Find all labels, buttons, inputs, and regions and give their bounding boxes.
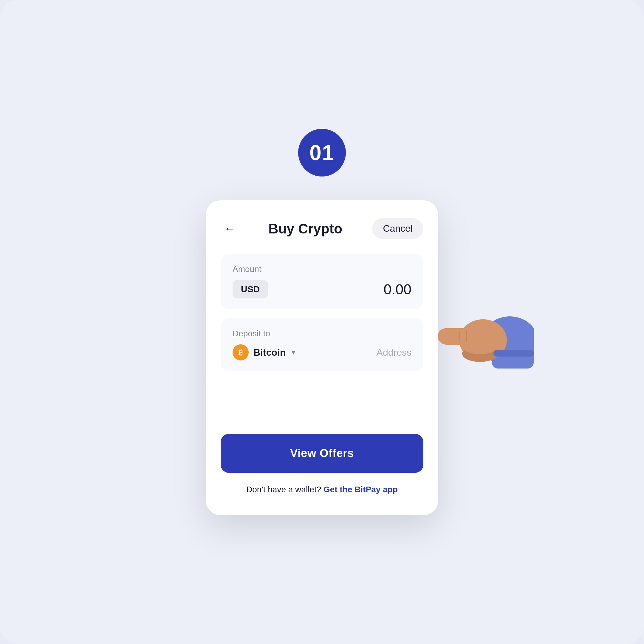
footer-link[interactable]: Get the BitPay app — [323, 485, 398, 494]
svg-point-4 — [438, 328, 454, 344]
svg-point-6 — [464, 341, 496, 354]
step-number: 01 — [309, 140, 335, 165]
amount-value[interactable]: 0.00 — [384, 281, 411, 298]
svg-rect-9 — [493, 350, 534, 357]
address-label[interactable]: Address — [377, 347, 411, 358]
page-title: Buy Crypto — [268, 221, 342, 237]
hand-illustration — [420, 288, 534, 377]
spacer — [221, 380, 423, 434]
deposit-card: Deposit to ₿ Bitcoin ▾ Address — [221, 318, 423, 371]
bitcoin-symbol: ₿ — [239, 348, 243, 357]
bitcoin-icon: ₿ — [233, 344, 249, 360]
cancel-button[interactable]: Cancel — [372, 218, 423, 239]
phone-wrapper: ← Buy Crypto Cancel Amount USD 0.00 Depo… — [206, 200, 438, 515]
footer-text: Don't have a wallet? Get the BitPay app — [221, 485, 423, 494]
back-arrow-icon: ← — [224, 223, 235, 234]
page-container: 01 ← Buy Crypto Cancel Amount USD 0.00 — [0, 0, 644, 644]
amount-label: Amount — [233, 264, 411, 274]
chevron-down-icon: ▾ — [292, 348, 295, 357]
amount-row: USD 0.00 — [233, 280, 411, 298]
step-badge: 01 — [298, 129, 346, 177]
bitcoin-selector[interactable]: ₿ Bitcoin ▾ — [233, 344, 295, 360]
currency-badge[interactable]: USD — [233, 280, 268, 298]
bitcoin-name: Bitcoin — [253, 347, 286, 358]
back-button[interactable]: ← — [221, 220, 239, 238]
deposit-label: Deposit to — [233, 329, 411, 338]
phone-header: ← Buy Crypto Cancel — [221, 218, 423, 239]
view-offers-button[interactable]: View Offers — [221, 434, 423, 473]
amount-card: Amount USD 0.00 — [221, 254, 423, 309]
deposit-row: ₿ Bitcoin ▾ Address — [233, 344, 411, 360]
footer-static-text: Don't have a wallet? — [246, 485, 321, 494]
phone-card: ← Buy Crypto Cancel Amount USD 0.00 Depo… — [206, 200, 438, 515]
